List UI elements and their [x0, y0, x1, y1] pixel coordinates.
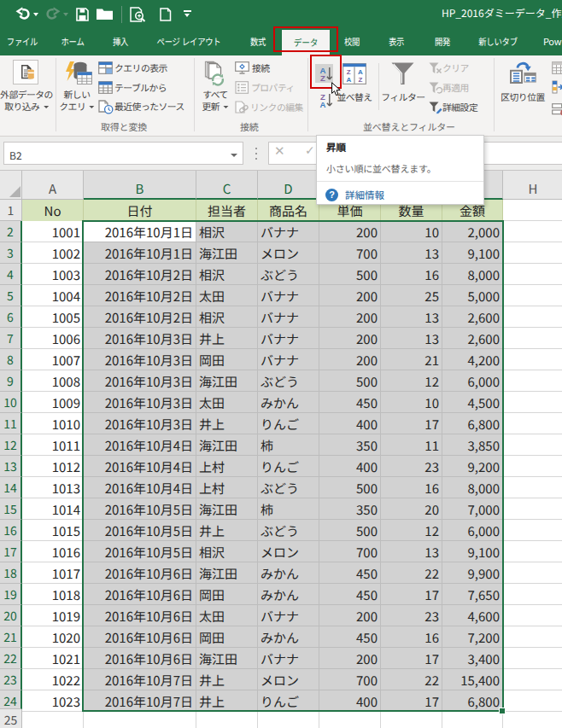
- svg-text:A: A: [346, 76, 351, 84]
- svg-text:A: A: [358, 68, 363, 76]
- svg-text:A: A: [320, 100, 326, 108]
- svg-text:Z: Z: [347, 68, 351, 76]
- svg-text:Z: Z: [358, 76, 362, 84]
